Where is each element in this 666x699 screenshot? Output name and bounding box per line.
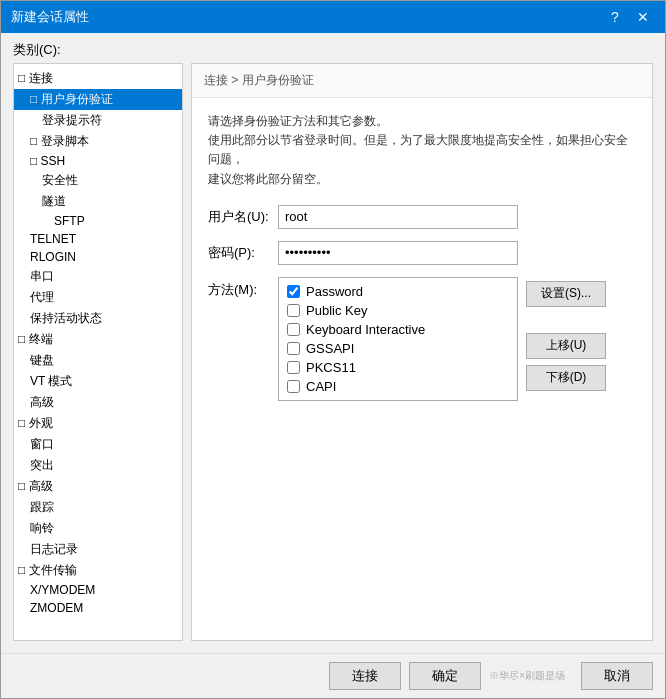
tree-item[interactable]: □ 高级 (14, 476, 182, 497)
username-label: 用户名(U): (208, 208, 278, 226)
tree-item[interactable]: □ 文件传输 (14, 560, 182, 581)
method-checkbox[interactable] (287, 342, 300, 355)
sidebar[interactable]: □ 连接□ 用户身份验证登录提示符□ 登录脚本□ SSH安全性隧道SFTPTEL… (13, 63, 183, 641)
category-label: 类别(C): (1, 33, 665, 63)
method-label: CAPI (306, 379, 336, 394)
tree-item[interactable]: 日志记录 (14, 539, 182, 560)
method-checkbox[interactable] (287, 361, 300, 374)
method-checkbox[interactable] (287, 380, 300, 393)
desc-line-2: 使用此部分以节省登录时间。但是，为了最大限度地提高安全性，如果担心安全问题， (208, 131, 636, 169)
methods-section: 方法(M): PasswordPublic KeyKeyboard Intera… (208, 277, 636, 401)
tree-item[interactable]: □ 终端 (14, 329, 182, 350)
username-row: 用户名(U): (208, 205, 636, 229)
tree-item[interactable]: RLOGIN (14, 248, 182, 266)
tree-item[interactable]: VT 模式 (14, 371, 182, 392)
move-down-button[interactable]: 下移(D) (526, 365, 606, 391)
watermark: ※华尽×刷题是场 (489, 669, 565, 683)
tree-item[interactable]: 响铃 (14, 518, 182, 539)
method-checkbox[interactable] (287, 285, 300, 298)
content-body: 请选择身份验证方法和其它参数。 使用此部分以节省登录时间。但是，为了最大限度地提… (192, 98, 652, 640)
method-item[interactable]: Password (287, 282, 509, 301)
dialog: 新建会话属性 ? ✕ 类别(C): □ 连接□ 用户身份验证登录提示符□ 登录脚… (0, 0, 666, 699)
method-label: PKCS11 (306, 360, 356, 375)
method-label: Public Key (306, 303, 367, 318)
dialog-title: 新建会话属性 (11, 8, 89, 26)
tree-item[interactable]: 窗口 (14, 434, 182, 455)
password-row: 密码(P): (208, 241, 636, 265)
settings-button[interactable]: 设置(S)... (526, 281, 606, 307)
ok-button[interactable]: 确定 (409, 662, 481, 690)
tree-item[interactable]: □ 外观 (14, 413, 182, 434)
tree-item[interactable]: TELNET (14, 230, 182, 248)
method-item[interactable]: GSSAPI (287, 339, 509, 358)
password-label: 密码(P): (208, 244, 278, 262)
methods-list: PasswordPublic KeyKeyboard InteractiveGS… (278, 277, 518, 401)
password-input[interactable] (278, 241, 518, 265)
dialog-footer: 连接 确定 ※华尽×刷题是场 取消 (1, 653, 665, 698)
main-area: □ 连接□ 用户身份验证登录提示符□ 登录脚本□ SSH安全性隧道SFTPTEL… (1, 63, 665, 653)
close-button[interactable]: ✕ (631, 7, 655, 27)
tree-item[interactable]: 隧道 (14, 191, 182, 212)
title-bar-buttons: ? ✕ (603, 7, 655, 27)
method-item[interactable]: PKCS11 (287, 358, 509, 377)
tree-item[interactable]: 高级 (14, 392, 182, 413)
tree-item[interactable]: SFTP (14, 212, 182, 230)
method-item[interactable]: Keyboard Interactive (287, 320, 509, 339)
tree-item[interactable]: 键盘 (14, 350, 182, 371)
method-label: 方法(M): (208, 277, 278, 299)
tree-item[interactable]: □ 连接 (14, 68, 182, 89)
method-label: GSSAPI (306, 341, 354, 356)
content-area: 连接 > 用户身份验证 请选择身份验证方法和其它参数。 使用此部分以节省登录时间… (191, 63, 653, 641)
dialog-body: 类别(C): □ 连接□ 用户身份验证登录提示符□ 登录脚本□ SSH安全性隧道… (1, 33, 665, 698)
tree-item[interactable]: □ 登录脚本 (14, 131, 182, 152)
help-button[interactable]: ? (603, 7, 627, 27)
tree-item[interactable]: 突出 (14, 455, 182, 476)
tree-item[interactable]: 串口 (14, 266, 182, 287)
method-item[interactable]: Public Key (287, 301, 509, 320)
tree-item[interactable]: 安全性 (14, 170, 182, 191)
method-item[interactable]: CAPI (287, 377, 509, 396)
tree-item[interactable]: □ 用户身份验证 (14, 89, 182, 110)
tree-item[interactable]: 代理 (14, 287, 182, 308)
tree-item[interactable]: 登录提示符 (14, 110, 182, 131)
tree-item[interactable]: 保持活动状态 (14, 308, 182, 329)
method-checkbox[interactable] (287, 304, 300, 317)
desc-line-3: 建议您将此部分留空。 (208, 170, 636, 189)
tree-item[interactable]: □ SSH (14, 152, 182, 170)
method-checkbox[interactable] (287, 323, 300, 336)
method-label: Keyboard Interactive (306, 322, 425, 337)
cancel-button[interactable]: 取消 (581, 662, 653, 690)
title-bar: 新建会话属性 ? ✕ (1, 1, 665, 33)
desc-line-1: 请选择身份验证方法和其它参数。 (208, 112, 636, 131)
tree-item[interactable]: 跟踪 (14, 497, 182, 518)
tree-item[interactable]: ZMODEM (14, 599, 182, 617)
methods-buttons: 设置(S)... 上移(U) 下移(D) (526, 277, 606, 391)
description: 请选择身份验证方法和其它参数。 使用此部分以节省登录时间。但是，为了最大限度地提… (208, 112, 636, 189)
move-up-button[interactable]: 上移(U) (526, 333, 606, 359)
breadcrumb: 连接 > 用户身份验证 (192, 64, 652, 98)
method-label: Password (306, 284, 363, 299)
tree-item[interactable]: X/YMODEM (14, 581, 182, 599)
username-input[interactable] (278, 205, 518, 229)
connect-button[interactable]: 连接 (329, 662, 401, 690)
